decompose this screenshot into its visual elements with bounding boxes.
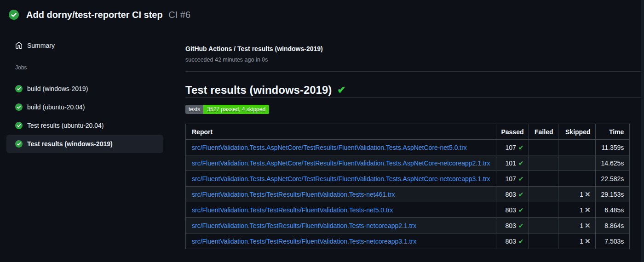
test-results-table: Report Passed Failed Skipped Time src/Fl… [185, 124, 630, 249]
table-row: src/FluentValidation.Tests/TestResults/F… [186, 234, 630, 249]
check-icon: ✔ [518, 222, 524, 229]
report-link[interactable]: src/FluentValidation.Tests.AspNetCore/Te… [192, 144, 467, 151]
report-link[interactable]: src/FluentValidation.Tests/TestResults/F… [192, 238, 416, 245]
table-header-row: Report Passed Failed Skipped Time [186, 124, 630, 140]
run-number: CI #6 [168, 10, 190, 20]
table-row: src/FluentValidation.Tests/TestResults/F… [186, 187, 630, 202]
x-icon: ✕ [585, 237, 591, 245]
time-value: 14.625s [601, 159, 624, 167]
passed-count: 803 [505, 206, 516, 214]
check-circle-icon [15, 103, 23, 111]
check-icon: ✔ [518, 175, 524, 182]
sidebar-summary-label: Summary [27, 42, 55, 49]
sidebar: Summary Jobs build (windows-2019) build … [0, 26, 175, 262]
passed-count: 803 [505, 191, 516, 198]
badge-value: 3527 passed, 4 skipped [203, 105, 269, 114]
passed-count: 803 [505, 238, 516, 245]
table-row: src/FluentValidation.Tests/TestResults/F… [186, 218, 630, 234]
check-circle-icon [15, 122, 23, 129]
job-title: GitHub Actions / Test results (windows-2… [185, 45, 323, 52]
x-icon: ✕ [585, 206, 591, 214]
check-icon: ✔ [337, 85, 345, 95]
table-row: src/FluentValidation.Tests.AspNetCore/Te… [186, 171, 630, 187]
skipped-count: 1 [580, 238, 583, 245]
sidebar-job-list: build (windows-2019) build (ubuntu-20.04… [0, 80, 175, 153]
job-item-label: build (ubuntu-20.04) [27, 103, 85, 111]
table-row: src/FluentValidation.Tests.AspNetCore/Te… [186, 140, 630, 155]
check-icon: ✔ [518, 206, 524, 214]
sidebar-item-test-results-ubuntu-2004[interactable]: Test results (ubuntu-20.04) [6, 116, 163, 135]
passed-count: 101 [505, 159, 516, 167]
check-circle-icon [15, 140, 23, 148]
check-icon: ✔ [518, 191, 524, 198]
column-header-failed: Failed [529, 124, 558, 140]
table-row: src/FluentValidation.Tests.AspNetCore/Te… [186, 155, 630, 171]
check-circle-icon [15, 85, 23, 92]
sidebar-item-summary[interactable]: Summary [15, 40, 55, 51]
run-header: Add dorny/test-reporter CI step CI #6 [0, 0, 644, 26]
tests-badge[interactable]: tests 3527 passed, 4 skipped [185, 105, 269, 114]
report-heading: Test results (windows-2019) ✔ [185, 83, 346, 97]
vertical-scrollbar[interactable] [641, 0, 644, 262]
passed-count: 107 [505, 175, 516, 182]
check-circle-icon [9, 10, 19, 20]
sidebar-item-test-results-windows-2019[interactable]: Test results (windows-2019) [6, 135, 163, 153]
skipped-count: 1 [580, 191, 583, 198]
run-title-wrap: Add dorny/test-reporter CI step CI #6 [26, 10, 190, 20]
job-item-label: Test results (ubuntu-20.04) [27, 122, 104, 129]
check-icon: ✔ [518, 144, 524, 151]
report-heading-text: Test results (windows-2019) [185, 84, 332, 97]
x-icon: ✕ [585, 222, 591, 229]
report-link[interactable]: src/FluentValidation.Tests.AspNetCore/Te… [192, 175, 490, 182]
x-icon: ✕ [585, 190, 591, 198]
sidebar-item-build-windows-2019[interactable]: build (windows-2019) [6, 80, 163, 98]
sidebar-jobs-heading: Jobs [15, 64, 27, 71]
report-link[interactable]: src/FluentValidation.Tests/TestResults/F… [192, 191, 395, 198]
sidebar-item-build-ubuntu-2004[interactable]: build (ubuntu-20.04) [6, 98, 163, 116]
time-value: 7.503s [604, 238, 624, 245]
home-icon [15, 42, 23, 49]
time-value: 6.485s [604, 206, 624, 214]
report-link[interactable]: src/FluentValidation.Tests/TestResults/F… [192, 222, 416, 229]
job-item-label: Test results (windows-2019) [27, 140, 113, 148]
badge-label: tests [185, 105, 203, 114]
report-link[interactable]: src/FluentValidation.Tests/TestResults/F… [192, 206, 393, 214]
column-header-report: Report [186, 124, 496, 140]
table-row: src/FluentValidation.Tests/TestResults/F… [186, 202, 630, 218]
column-header-passed: Passed [496, 124, 529, 140]
report-link[interactable]: src/FluentValidation.Tests.AspNetCore/Te… [192, 159, 490, 167]
time-value: 29.153s [601, 191, 624, 198]
job-item-label: build (windows-2019) [27, 85, 88, 92]
column-header-skipped: Skipped [558, 124, 595, 140]
time-value: 22.582s [601, 175, 624, 182]
passed-count: 803 [505, 222, 516, 229]
divider [185, 97, 641, 98]
passed-count: 107 [505, 144, 516, 151]
run-title: Add dorny/test-reporter CI step [26, 10, 163, 20]
divider [185, 71, 641, 72]
time-value: 8.864s [604, 222, 624, 229]
time-value: 11.359s [602, 144, 624, 151]
job-status-line: succeeded 42 minutes ago in 0s [185, 57, 268, 63]
skipped-count: 1 [580, 206, 583, 214]
column-header-time: Time [595, 124, 630, 140]
skipped-count: 1 [580, 222, 583, 229]
check-icon: ✔ [518, 238, 524, 245]
check-icon: ✔ [518, 159, 524, 167]
